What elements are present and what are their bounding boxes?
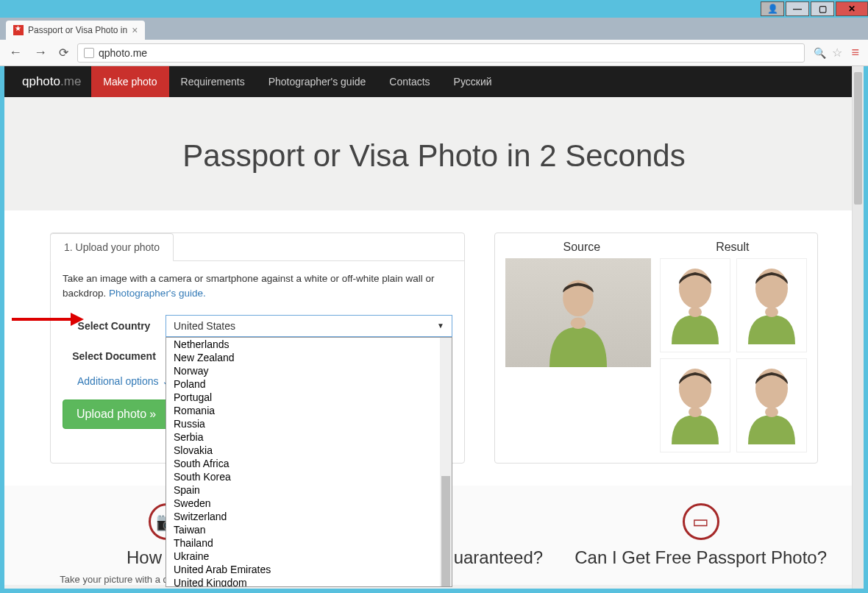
country-option[interactable]: Switzerland xyxy=(166,510,452,523)
person-icon xyxy=(530,271,626,367)
country-option[interactable]: Spain xyxy=(166,483,452,497)
favicon-icon xyxy=(13,25,24,35)
result-grid xyxy=(660,258,807,452)
nav-russian[interactable]: Русский xyxy=(442,66,504,97)
page-icon xyxy=(84,48,94,58)
upload-photo-button[interactable]: Upload photo » xyxy=(63,400,170,429)
country-dropdown-list[interactable]: NetherlandsNew ZealandNorwayPolandPortug… xyxy=(166,337,452,587)
result-label: Result xyxy=(716,241,749,254)
svg-point-5 xyxy=(765,307,778,317)
nav-contacts[interactable]: Contacts xyxy=(377,66,441,97)
feature-title: Can I Get Free Passport Photo? xyxy=(573,547,829,568)
maximize-button[interactable]: ▢ xyxy=(811,1,834,16)
photographers-guide-link[interactable]: Photographer's guide. xyxy=(109,288,206,299)
country-option[interactable]: Sweden xyxy=(166,497,452,510)
nav-make-photo[interactable]: Make photo xyxy=(91,66,168,97)
forward-button[interactable]: → xyxy=(31,45,50,60)
search-icon[interactable]: 🔍 xyxy=(814,47,826,59)
source-photo xyxy=(505,258,651,367)
country-option[interactable]: New Zealand xyxy=(166,351,452,364)
address-bar[interactable]: qphoto.me xyxy=(77,43,805,63)
tab-title: Passport or Visa Photo in xyxy=(28,25,127,35)
brand-logo[interactable]: qphoto.me xyxy=(12,74,91,89)
country-option[interactable]: Romania xyxy=(166,404,452,417)
svg-point-1 xyxy=(571,317,586,329)
svg-point-7 xyxy=(689,407,702,417)
svg-point-3 xyxy=(689,307,702,317)
hamburger-icon[interactable]: ≡ xyxy=(848,45,862,60)
country-option[interactable]: Serbia xyxy=(166,430,452,444)
select-country-value: United States xyxy=(174,320,235,332)
annotation-arrow-icon xyxy=(12,308,85,330)
nav-requirements[interactable]: Requirements xyxy=(169,66,257,97)
browser-tab[interactable]: Passport or Visa Photo in × xyxy=(6,21,145,40)
select-country-dropdown[interactable]: United States ▼ NetherlandsNew ZealandNo… xyxy=(166,315,452,337)
country-option[interactable]: Netherlands xyxy=(166,338,452,351)
country-option[interactable]: South Africa xyxy=(166,457,452,470)
minimize-button[interactable]: — xyxy=(786,1,809,16)
select-document-label: Select Document xyxy=(63,350,166,362)
upload-description: Take an image with a camera or smartphon… xyxy=(63,271,452,302)
close-button[interactable]: ✕ xyxy=(836,1,868,16)
additional-options-toggle[interactable]: Additional options ⌄ xyxy=(63,362,171,387)
browser-toolbar: ← → ⟳ qphoto.me 🔍 ☆ ≡ xyxy=(0,40,868,66)
country-option[interactable]: Portugal xyxy=(166,391,452,404)
country-option[interactable]: South Korea xyxy=(166,470,452,483)
result-photo xyxy=(660,358,730,452)
dropdown-scroll-thumb[interactable] xyxy=(441,476,450,586)
chevron-down-icon: ▼ xyxy=(437,322,444,330)
panel-tabs: 1. Upload your photo xyxy=(51,233,464,261)
bookmark-icon[interactable]: ☆ xyxy=(832,46,842,60)
svg-point-9 xyxy=(765,407,778,417)
feature-free: ▭ Can I Get Free Passport Photo? xyxy=(573,503,829,585)
user-icon[interactable]: 👤 xyxy=(761,1,784,16)
nav-photographers-guide[interactable]: Photographer's guide xyxy=(257,66,378,97)
card-icon: ▭ xyxy=(683,503,719,540)
preview-panel: Source Result xyxy=(494,232,818,464)
reload-button[interactable]: ⟳ xyxy=(56,46,71,60)
tab-upload[interactable]: 1. Upload your photo xyxy=(50,233,174,261)
site-navbar: qphoto.me Make photo Requirements Photog… xyxy=(4,66,864,97)
svg-marker-11 xyxy=(71,313,84,326)
back-button[interactable]: ← xyxy=(6,45,25,60)
scroll-thumb[interactable] xyxy=(854,72,862,205)
upload-panel: 1. Upload your photo Take an image with … xyxy=(50,232,465,464)
country-option[interactable]: Poland xyxy=(166,377,452,391)
chevron-right-icon: » xyxy=(149,408,156,421)
dropdown-scrollbar[interactable] xyxy=(440,338,452,586)
country-option[interactable]: United Kingdom xyxy=(166,576,452,587)
scrollbar[interactable] xyxy=(852,66,864,589)
result-photo xyxy=(736,258,807,352)
source-label: Source xyxy=(563,241,600,254)
country-option[interactable]: Russia xyxy=(166,417,452,430)
main-content: 1. Upload your photo Take an image with … xyxy=(4,210,864,486)
window-titlebar: 👤 — ▢ ✕ xyxy=(0,0,868,18)
page-viewport: qphoto.me Make photo Requirements Photog… xyxy=(4,66,864,589)
url-text: qphoto.me xyxy=(99,47,147,59)
country-option[interactable]: Thailand xyxy=(166,536,452,550)
country-option[interactable]: United Arab Emirates xyxy=(166,563,452,576)
country-option[interactable]: Slovakia xyxy=(166,444,452,457)
tab-close-icon[interactable]: × xyxy=(132,24,138,36)
hero: Passport or Visa Photo in 2 Seconds xyxy=(4,97,864,210)
result-photo xyxy=(660,258,730,352)
country-option[interactable]: Taiwan xyxy=(166,523,452,536)
result-photo xyxy=(736,358,807,452)
browser-tabstrip: Passport or Visa Photo in × xyxy=(0,18,868,40)
hero-title: Passport or Visa Photo in 2 Seconds xyxy=(4,138,864,174)
country-option[interactable]: Ukraine xyxy=(166,550,452,563)
country-option[interactable]: Norway xyxy=(166,364,452,377)
